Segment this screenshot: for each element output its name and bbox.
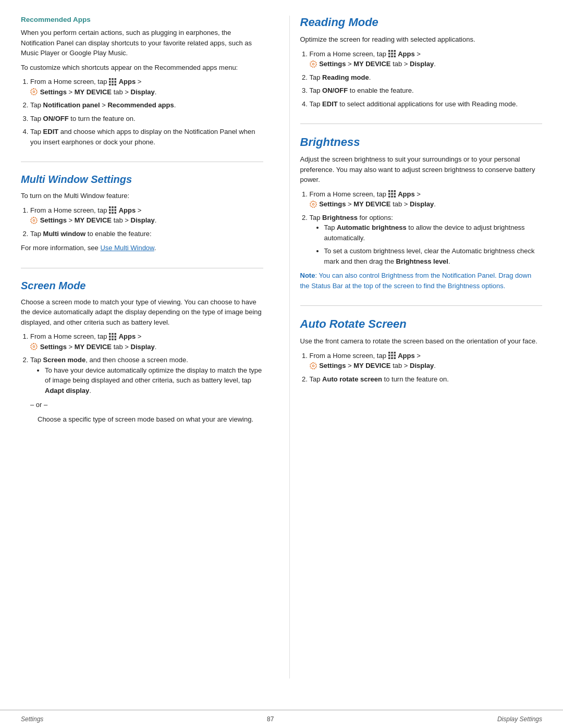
svg-rect-48 <box>391 193 393 195</box>
apps-icon-br <box>388 190 396 198</box>
svg-rect-19 <box>115 212 117 214</box>
svg-rect-29 <box>112 338 114 340</box>
svg-rect-22 <box>109 333 111 335</box>
rm-step-2: Tap Reading mode. <box>310 72 543 83</box>
rm-step-1: From a Home screen, tap Apps > <box>310 49 543 69</box>
apps-label: Apps <box>119 78 136 85</box>
or-line: – or – <box>30 400 263 410</box>
svg-rect-4 <box>112 81 114 83</box>
recommended-apps-section: Recommended Apps When you perform certai… <box>21 16 263 147</box>
mw-step-2: Tap Multi window to enable the feature: <box>30 229 263 239</box>
divider-2 <box>21 268 263 268</box>
svg-rect-60 <box>394 354 396 356</box>
svg-point-65 <box>312 365 313 366</box>
svg-rect-44 <box>388 190 390 192</box>
svg-rect-15 <box>112 209 114 211</box>
svg-rect-63 <box>394 357 396 360</box>
svg-rect-7 <box>112 83 114 85</box>
svg-rect-37 <box>391 53 393 55</box>
svg-rect-16 <box>115 209 117 211</box>
footer-right: Display Settings <box>497 715 542 723</box>
svg-rect-6 <box>109 83 111 85</box>
multi-window-steps: From a Home screen, tap Apps > <box>30 205 263 239</box>
use-multi-window-link[interactable]: Use Multi Window <box>100 244 154 252</box>
note-label: Note <box>300 272 315 279</box>
brightness-bullets: Tap Automatic brightness to allow the de… <box>324 223 543 266</box>
ar-step-1: From a Home screen, tap Apps > <box>310 351 543 371</box>
rm-step-4: Tap EDIT to select additional applicatio… <box>310 99 543 109</box>
reading-mode-para1: Optimize the screen for reading with sel… <box>300 34 543 45</box>
sm-bullet-1: To have your device automatically optimi… <box>45 365 263 396</box>
brightness-section: Brightness Adjust the screen brightness … <box>300 135 543 291</box>
right-column: Reading Mode Optimize the screen for rea… <box>289 16 543 678</box>
svg-rect-34 <box>391 50 393 52</box>
svg-rect-27 <box>115 336 117 338</box>
screen-mode-heading: Screen Mode <box>21 280 263 292</box>
rec-step-1: From a Home screen, tap Apps > <box>30 77 263 97</box>
settings-gear-icon-rm <box>310 60 317 68</box>
rm-step-3: Tap ON/OFF to enable the feature. <box>310 85 543 96</box>
svg-rect-14 <box>109 209 111 211</box>
svg-rect-17 <box>109 212 111 214</box>
svg-rect-58 <box>388 354 390 356</box>
svg-rect-5 <box>115 81 117 83</box>
svg-rect-55 <box>388 352 390 354</box>
screen-mode-steps: From a Home screen, tap Apps > <box>30 331 263 424</box>
multi-window-section: Multi Window Settings To turn on the Mul… <box>21 174 263 253</box>
reading-mode-section: Reading Mode Optimize the screen for rea… <box>300 16 543 109</box>
sm-step-2: Tap Screen mode, and then choose a scree… <box>30 355 263 424</box>
svg-point-32 <box>33 346 34 347</box>
divider-1 <box>21 162 263 162</box>
br-step-1: From a Home screen, tap Apps > <box>310 189 543 209</box>
display-label: Display <box>131 88 155 96</box>
svg-rect-50 <box>388 196 390 198</box>
svg-rect-59 <box>391 354 393 356</box>
multi-window-heading: Multi Window Settings <box>21 174 263 186</box>
divider-3 <box>300 124 543 124</box>
brightness-heading: Brightness <box>300 135 543 149</box>
apps-icon-ar <box>388 352 396 359</box>
multi-window-para1: To turn on the Multi Window feature: <box>21 191 263 201</box>
apps-icon <box>109 78 116 85</box>
my-device-label: MY DEVICE <box>75 88 112 96</box>
divider-4 <box>300 305 543 306</box>
svg-rect-33 <box>388 50 390 52</box>
svg-point-10 <box>33 91 34 92</box>
rec-step-2: Tap Notification panel > Recommended app… <box>30 100 263 110</box>
svg-rect-38 <box>394 53 396 55</box>
settings-gear-icon-mw <box>30 217 38 224</box>
svg-rect-2 <box>115 78 117 80</box>
recommended-apps-para1: When you perform certain actions, such a… <box>21 28 263 58</box>
svg-rect-52 <box>394 196 396 198</box>
svg-rect-35 <box>394 50 396 52</box>
reading-mode-heading: Reading Mode <box>300 16 543 29</box>
svg-rect-36 <box>388 53 390 55</box>
apps-icon-sm <box>109 333 116 340</box>
svg-rect-46 <box>394 190 396 192</box>
svg-rect-26 <box>112 336 114 338</box>
svg-rect-24 <box>115 333 117 335</box>
svg-rect-40 <box>391 56 393 58</box>
rec-step-4: Tap EDIT and choose which apps to displa… <box>30 127 263 147</box>
settings-gear-icon-sm <box>30 343 38 350</box>
screen-mode-bullets: To have your device automatically optimi… <box>45 365 263 396</box>
svg-rect-8 <box>115 83 117 85</box>
svg-rect-47 <box>388 193 390 195</box>
svg-rect-25 <box>109 336 111 338</box>
recommended-apps-para2: To customize which shortcuts appear on t… <box>21 63 263 73</box>
svg-point-21 <box>33 219 34 220</box>
multi-window-link-para: For more information, see Use Multi Wind… <box>21 243 263 253</box>
svg-point-43 <box>312 63 313 64</box>
svg-rect-23 <box>112 333 114 335</box>
svg-rect-3 <box>109 81 111 83</box>
screen-mode-section: Screen Mode Choose a screen mode to matc… <box>21 280 263 425</box>
brightness-steps: From a Home screen, tap Apps > <box>310 189 543 267</box>
page: Recommended Apps When you perform certai… <box>0 0 563 728</box>
settings-gear-icon-ar <box>310 362 317 369</box>
reading-mode-steps: From a Home screen, tap Apps > <box>310 49 543 109</box>
settings-label: Settings <box>40 88 67 96</box>
svg-rect-39 <box>388 56 390 58</box>
footer-left: Settings <box>21 715 43 723</box>
sm-step-1: From a Home screen, tap Apps > <box>30 331 263 352</box>
svg-rect-62 <box>391 357 393 360</box>
